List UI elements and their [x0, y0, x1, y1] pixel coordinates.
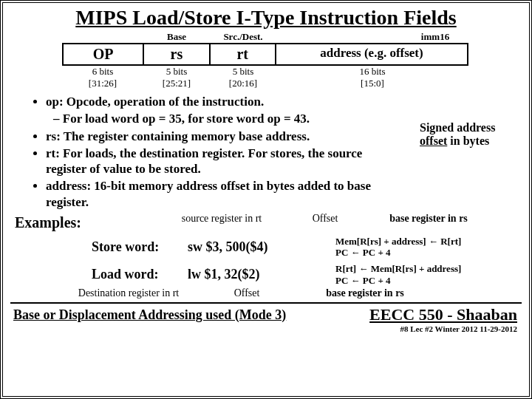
load-word-row: Load word: lw $1, 32($2) R[rt] ← Mem[R[r… [92, 263, 522, 286]
load-instr: lw $1, 32($2) [188, 267, 335, 282]
addr-bits: 16 bits [359, 66, 385, 77]
field-bit-widths: 6 bits[31:26] 5 bits[25:21] 5 bits[20:16… [62, 66, 522, 89]
label-srcdest: Src./Dest. [210, 31, 276, 43]
label-basereg-top: base register in rs [369, 213, 488, 225]
load-label: Load word: [92, 267, 188, 282]
bullet-rs: rs: The register containing memory base … [46, 129, 387, 144]
load-mem2: PC ← PC + 4 [335, 275, 391, 286]
field-op: OP [64, 44, 144, 64]
op-bits: 6 bits [92, 66, 114, 77]
offset-note: Signed address offset in bytes [420, 121, 516, 148]
label-destreg: Destination register in rt [55, 287, 202, 299]
label-srcreg: source register in rt [163, 213, 281, 225]
rs-bits: 5 bits [166, 66, 188, 77]
field-address-label: address (e.g. offset) [320, 46, 423, 60]
slide-frame: MIPS Load/Store I-Type Instruction Field… [0, 0, 532, 399]
offset-note-tail: in bytes [447, 134, 489, 147]
rt-range: [20:16] [229, 78, 257, 89]
addr-range: [15:0] [361, 78, 384, 89]
bullet-op: op: Opcode, operation of the instruction… [46, 94, 387, 109]
field-address: address (e.g. offset) [276, 44, 467, 64]
page-title: MIPS Load/Store I-Type Instruction Field… [10, 6, 522, 30]
label-base: Base [143, 31, 210, 43]
load-mem1: R[rt] ← Mem[R[rs] + address] [335, 263, 461, 274]
course-id: EECC 550 - Shaaban [369, 305, 522, 324]
label-basereg-bottom: base register in rs [291, 287, 439, 299]
addressing-mode: Base or Displacement Addressing used (Mo… [10, 307, 369, 323]
label-offset-bottom: Offset [202, 287, 291, 299]
rt-bits: 5 bits [233, 66, 254, 77]
bullet-address: address: 16-bit memory address offset in… [46, 178, 387, 210]
offset-note-line1: Signed address [420, 121, 495, 134]
field-rs: rs [144, 44, 210, 64]
rs-range: [25:21] [163, 78, 191, 89]
example-col-labels-bottom: Destination register in rt Offset base r… [55, 287, 522, 299]
load-semantics: R[rt] ← Mem[R[rs] + address] PC ← PC + 4 [335, 263, 483, 286]
field-top-labels: Base Src./Dest. imm16 [62, 31, 522, 43]
footer: Base or Displacement Addressing used (Mo… [10, 302, 522, 324]
store-label: Store word: [92, 239, 188, 255]
examples-heading: Examples: [15, 214, 81, 231]
label-imm: imm16 [409, 31, 461, 43]
offset-note-underline: offset [420, 134, 447, 147]
bullet-rt: rt: For loads, the destination register.… [46, 146, 387, 177]
instruction-field-table: OP rs rt address (e.g. offset) [62, 43, 468, 66]
store-mem1: Mem[R[rs] + address] ← R[rt] [335, 236, 461, 247]
example-col-labels-top: source register in rt Offset base regist… [163, 213, 522, 225]
bullet-list: op: Opcode, operation of the instruction… [33, 94, 387, 210]
slide-meta: #8 Lec #2 Winter 2012 11-29-2012 [10, 324, 522, 333]
field-rt: rt [211, 44, 276, 64]
label-offset-top: Offset [281, 213, 369, 225]
bullet-op-sub: – For load word op = 35, for store word … [53, 111, 387, 126]
store-semantics: Mem[R[rs] + address] ← R[rt] PC ← PC + 4 [335, 236, 483, 259]
store-mem2: PC ← PC + 4 [335, 247, 391, 258]
store-instr: sw $3, 500($4) [188, 239, 335, 255]
store-word-row: Store word: sw $3, 500($4) Mem[R[rs] + a… [92, 236, 522, 259]
op-range: [31:26] [89, 78, 117, 89]
